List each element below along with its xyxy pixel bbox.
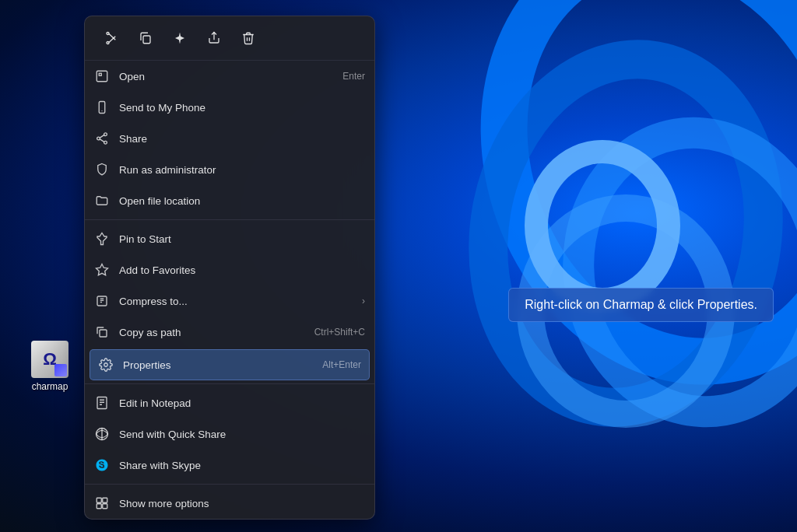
share-label: Share [119,133,365,145]
open-label: Open [119,71,333,82]
separator-2 [85,383,374,384]
menu-item-open-location[interactable]: Open file location [85,185,374,216]
svg-point-11 [97,137,100,140]
menu-item-compress[interactable]: Compress to... › [85,285,374,317]
menu-item-share[interactable]: Share [85,123,374,154]
skype-icon [94,457,110,473]
menu-item-quick-share[interactable]: Send with Quick Share [85,418,374,450]
edit-notepad-label: Edit in Notepad [119,397,365,409]
folder-icon [94,193,110,208]
menu-item-skype[interactable]: Share with Skype [85,450,374,481]
svg-rect-30 [97,504,101,509]
wallpaper-swirl [330,0,797,532]
more-options-label: Show more options [119,498,365,509]
svg-point-10 [104,133,107,136]
shield-icon [94,162,110,177]
quick-share-label: Send with Quick Share [119,429,365,440]
charmap-icon-label: charmap [32,381,68,392]
properties-label: Properties [123,359,313,371]
menu-item-open[interactable]: Open Enter [85,61,374,92]
svg-rect-8 [99,102,105,114]
properties-shortcut: Alt+Enter [322,359,361,370]
charmap-desktop-icon[interactable]: charmap [31,341,68,392]
svg-rect-16 [97,296,107,306]
pin-icon [94,231,110,247]
compress-arrow: › [362,296,365,306]
pin-start-label: Pin to Start [119,233,365,245]
quick-share-icon [94,426,110,442]
cut-button[interactable] [97,24,125,52]
svg-rect-28 [97,498,101,502]
menu-item-pin-start[interactable]: Pin to Start [85,223,374,254]
svg-rect-31 [103,504,107,509]
separator-3 [85,484,374,485]
separator-1 [85,219,374,220]
svg-marker-15 [97,264,108,275]
open-location-label: Open file location [119,195,365,207]
archive-icon [94,293,110,309]
compress-label: Compress to... [119,296,353,307]
charmap-icon [31,341,68,378]
copy-path-label: Copy as path [119,327,305,338]
svg-rect-6 [97,71,107,82]
more-icon [94,495,110,511]
svg-line-14 [100,139,104,142]
context-menu: Open Enter Send to My Phone Share [84,16,375,520]
svg-rect-20 [100,330,107,337]
svg-point-1 [107,33,109,35]
menu-item-edit-notepad[interactable]: Edit in Notepad [85,387,374,418]
context-toolbar [85,16,374,61]
menu-item-copy-path[interactable]: Copy as path Ctrl+Shift+C [85,317,374,348]
ai-button[interactable] [166,24,194,52]
instruction-tooltip: Right-click on Charmap & click Propertie… [508,288,774,322]
tooltip-text: Right-click on Charmap & click Propertie… [525,298,757,311]
open-icon [94,68,110,84]
copy-path-icon [94,324,110,340]
send-phone-label: Send to My Phone [119,102,365,114]
svg-point-0 [107,42,109,44]
menu-item-run-admin[interactable]: Run as administrator [85,154,374,185]
svg-rect-22 [97,397,107,409]
menu-item-add-favorites[interactable]: Add to Favorites [85,254,374,285]
delete-button[interactable] [234,24,262,52]
menu-item-more-options[interactable]: Show more options [85,488,374,519]
share-icon [94,131,110,146]
skype-label: Share with Skype [119,460,365,471]
copy-button[interactable] [132,24,160,52]
notepad-icon [94,395,110,411]
svg-rect-29 [103,498,107,502]
svg-line-13 [100,135,104,138]
run-admin-label: Run as administrator [119,164,365,176]
copy-path-shortcut: Ctrl+Shift+C [314,327,365,338]
menu-item-send-phone[interactable]: Send to My Phone [85,92,374,123]
add-favorites-label: Add to Favorites [119,264,365,276]
open-shortcut: Enter [342,71,365,82]
properties-icon [98,357,114,373]
star-icon [94,262,110,278]
phone-icon [94,100,110,115]
menu-item-properties[interactable]: Properties Alt+Enter [90,349,370,380]
svg-rect-4 [143,36,150,44]
share-button[interactable] [200,24,228,52]
svg-point-12 [104,141,107,144]
svg-rect-7 [99,73,101,75]
svg-point-21 [104,363,108,367]
